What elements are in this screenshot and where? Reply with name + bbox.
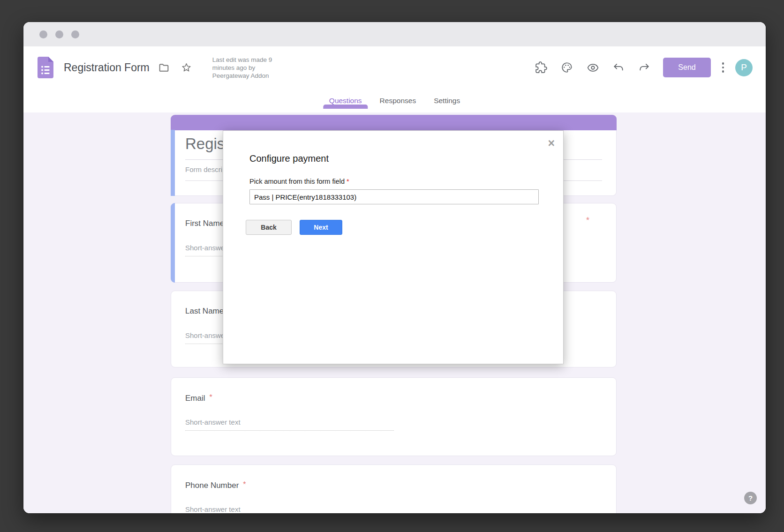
more-options-kebab-icon[interactable]	[717, 58, 729, 77]
desktop-background: Registration Form Last edit was made 9 m…	[0, 0, 784, 532]
required-asterisk: *	[347, 178, 349, 185]
window-zoom-dot[interactable]	[71, 30, 79, 38]
question-title: First Name	[185, 219, 224, 228]
question-card-phone-number[interactable]: Phone Number* Short-answer text	[171, 465, 617, 513]
question-title: Email*	[185, 393, 212, 403]
required-asterisk: *	[210, 393, 212, 401]
window-minimize-dot[interactable]	[55, 30, 63, 38]
star-icon[interactable]	[179, 60, 195, 75]
move-to-folder-icon[interactable]	[156, 60, 172, 75]
last-edit-status: Last edit was made 9 minutes ago by Peer…	[212, 56, 272, 80]
short-answer-placeholder: Short-answer text	[185, 418, 394, 431]
preview-eye-icon[interactable]	[583, 58, 603, 77]
back-button[interactable]: Back	[246, 220, 292, 235]
amount-field-label: Pick amount from this form field*	[249, 178, 349, 185]
document-title[interactable]: Registration Form	[64, 61, 150, 74]
close-icon[interactable]: ×	[548, 137, 555, 149]
forms-logo-icon[interactable]	[38, 60, 53, 75]
title-card-selected-border	[171, 130, 175, 196]
question-selected-border	[171, 203, 175, 283]
required-asterisk: *	[243, 480, 246, 488]
short-answer-placeholder: Short-answer text	[185, 505, 394, 513]
redo-icon[interactable]	[634, 58, 654, 77]
account-avatar[interactable]: P	[735, 59, 753, 76]
question-title: Phone Number*	[185, 480, 246, 490]
tab-questions[interactable]: Questions	[320, 89, 371, 112]
last-edit-line: Peergateway Addon	[212, 72, 272, 80]
configure-payment-dialog: × Configure payment Pick amount from thi…	[223, 130, 564, 364]
title-card-accent-bar	[171, 115, 617, 130]
addons-puzzle-icon[interactable]	[531, 58, 551, 77]
tab-settings[interactable]: Settings	[425, 89, 469, 112]
theme-palette-icon[interactable]	[557, 58, 577, 77]
send-button[interactable]: Send	[663, 58, 711, 77]
required-asterisk: *	[586, 216, 589, 225]
question-card-email[interactable]: Email* Short-answer text	[171, 377, 617, 456]
help-button[interactable]: ?	[744, 492, 757, 504]
forms-header: Registration Form Last edit was made 9 m…	[23, 46, 766, 112]
tab-responses[interactable]: Responses	[371, 89, 425, 112]
window-close-dot[interactable]	[39, 30, 47, 38]
question-title: Last Name	[185, 307, 224, 316]
form-tabs: Questions Responses Settings	[320, 89, 469, 112]
window-titlebar	[23, 22, 766, 46]
amount-field-input[interactable]	[249, 189, 539, 204]
next-button[interactable]: Next	[300, 220, 342, 235]
last-edit-line: minutes ago by	[212, 64, 272, 72]
undo-icon[interactable]	[609, 58, 628, 77]
browser-window: Registration Form Last edit was made 9 m…	[23, 22, 766, 513]
dialog-title: Configure payment	[249, 153, 329, 164]
last-edit-line: Last edit was made 9	[212, 56, 272, 64]
